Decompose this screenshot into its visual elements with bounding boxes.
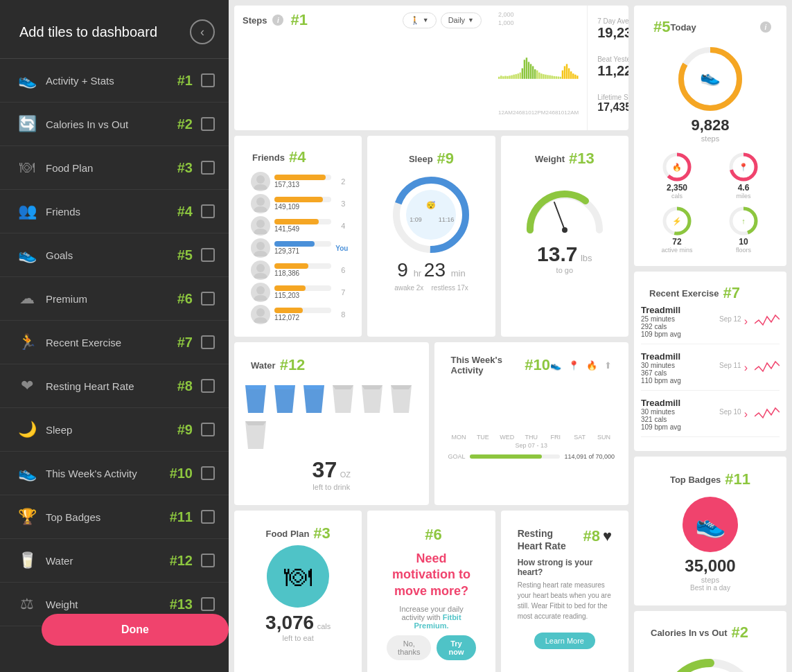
sleep-min-label: min xyxy=(451,268,466,278)
sidebar-checkbox-premium[interactable] xyxy=(201,292,215,306)
friend-bar-bg xyxy=(274,263,331,269)
sidebar-checkbox-weight[interactable] xyxy=(201,597,215,611)
svg-point-40 xyxy=(256,220,265,228)
exercise-bpm: 109 bpm avg xyxy=(641,330,715,338)
sidebar-label-sleep: Sleep xyxy=(46,424,177,436)
exercise-chevron-icon[interactable]: › xyxy=(744,315,748,328)
steps-filter1-btn[interactable]: 🚶 ▼ xyxy=(403,12,437,28)
friend-bar-fill xyxy=(274,241,315,247)
svg-rect-1 xyxy=(500,76,502,79)
sidebar-num-recent_exercise: #7 xyxy=(177,335,193,351)
sidebar-icon-recent_exercise: 🏃 xyxy=(14,329,40,355)
sidebar-checkbox-activity[interactable] xyxy=(201,73,215,87)
exercise-bpm: 109 bpm avg xyxy=(641,423,715,431)
steps-filter2-btn[interactable]: Daily ▼ xyxy=(441,12,482,28)
badges-num: #11 xyxy=(725,470,750,488)
beat-yesterday-val: 11,227 xyxy=(597,63,628,78)
back-icon: ‹ xyxy=(200,25,204,39)
sidebar-label-this_week: This Week's Activity xyxy=(46,468,170,479)
friend-name: 115,203 xyxy=(274,292,331,299)
back-button[interactable]: ‹ xyxy=(190,19,215,44)
sidebar-num-goals: #5 xyxy=(177,247,193,263)
cups-container xyxy=(243,377,421,457)
today-info-icon[interactable]: i xyxy=(760,21,771,33)
sidebar-item-this_week[interactable]: 👟 This Week's Activity #10 xyxy=(0,452,229,495)
today-active-circle: ⚡ xyxy=(661,205,693,237)
exercise-chevron-icon[interactable]: › xyxy=(744,408,748,421)
sidebar-checkbox-resting_hr[interactable] xyxy=(201,379,215,393)
sidebar-item-sleep[interactable]: 🌙 Sleep #9 xyxy=(0,408,229,452)
food-cals-unit: cals xyxy=(317,622,331,630)
sidebar-item-goals[interactable]: 👟 Goals #5 xyxy=(0,233,229,277)
sidebar-icon-badges: 🏆 xyxy=(14,504,40,530)
today-cals-circle: 🔥 xyxy=(661,151,693,183)
calories-gauge-svg xyxy=(655,653,766,672)
premium-headline: Need motivation to move more? xyxy=(387,551,475,599)
done-button[interactable]: Done xyxy=(42,614,229,646)
exercise-chevron-icon[interactable]: › xyxy=(744,362,748,374)
friend-name: 149,109 xyxy=(274,203,331,211)
premium-no-button[interactable]: No, thanks xyxy=(387,635,431,660)
sleep-restless: restless 17x xyxy=(432,284,468,292)
badges-title: Top Badges xyxy=(670,475,721,485)
goal-of: of 70,000 xyxy=(588,453,615,460)
friend-bar-fill xyxy=(274,308,303,313)
sidebar-checkbox-sleep[interactable] xyxy=(201,423,215,436)
exercise-cals: 367 cals xyxy=(641,369,715,377)
sidebar-checkbox-calories[interactable] xyxy=(201,117,215,131)
sidebar-num-weight: #13 xyxy=(170,596,193,612)
friend-bar-fill xyxy=(274,175,326,180)
sidebar-checkbox-goals[interactable] xyxy=(201,248,215,262)
sidebar-checkbox-food[interactable] xyxy=(201,161,215,175)
sidebar-item-food[interactable]: 🍽 Food Plan #3 xyxy=(0,146,229,190)
sidebar-num-food: #3 xyxy=(177,160,193,176)
sidebar-item-activity[interactable]: 👟 Activity + Stats #1 xyxy=(0,59,229,103)
sidebar-item-badges[interactable]: 🏆 Top Badges #11 xyxy=(0,495,229,539)
sidebar-item-calories[interactable]: 🔄 Calories In vs Out #2 xyxy=(0,103,229,146)
water-title: Water xyxy=(251,360,276,371)
premium-try-button[interactable]: Try now xyxy=(437,635,475,660)
week-day-sun: SUN xyxy=(597,434,610,441)
svg-rect-6 xyxy=(511,76,512,79)
sleep-num: #9 xyxy=(437,150,454,168)
sidebar-checkbox-friends[interactable] xyxy=(201,204,215,218)
food-title: Food Plan xyxy=(266,529,310,539)
cup-empty-4 xyxy=(243,418,269,452)
recent-exercise-title: Recent Exercise xyxy=(649,288,719,299)
exercise-row: Treadmill 30 minutes 367 cals 110 bpm av… xyxy=(641,351,780,391)
svg-rect-17 xyxy=(534,69,536,79)
svg-rect-0 xyxy=(498,77,500,79)
calories-title: Calories In vs Out xyxy=(651,628,728,638)
goal-bar-bg xyxy=(470,454,561,459)
sidebar-item-water[interactable]: 🥛 Water #12 xyxy=(0,539,229,583)
svg-rect-27 xyxy=(556,76,557,79)
sidebar-item-premium[interactable]: ☁ Premium #6 xyxy=(0,277,229,321)
activity-title: This Week's Activity xyxy=(451,355,521,375)
svg-point-44 xyxy=(256,308,265,317)
activity-tile: This Week's Activity #10 👟 📍 🔥 ⬆ MON xyxy=(434,342,629,505)
svg-rect-33 xyxy=(568,69,570,79)
week-day-fri: FRI xyxy=(550,434,561,441)
badges-tile: Top Badges #11 👟 35,000 steps Best in a … xyxy=(634,457,786,605)
svg-marker-54 xyxy=(245,385,266,389)
svg-rect-7 xyxy=(513,75,514,79)
sidebar-item-resting_hr[interactable]: ❤ Resting Heart Rate #8 xyxy=(0,364,229,408)
sidebar-icon-calories: 🔄 xyxy=(14,111,40,137)
sidebar-item-friends[interactable]: 👥 Friends #4 xyxy=(0,190,229,233)
sidebar-checkbox-recent_exercise[interactable] xyxy=(201,335,215,349)
sidebar-num-badges: #11 xyxy=(170,509,193,525)
sidebar-checkbox-water[interactable] xyxy=(201,554,215,567)
activity-num: #10 xyxy=(525,356,550,374)
sidebar-item-recent_exercise[interactable]: 🏃 Recent Exercise #7 xyxy=(0,321,229,364)
sidebar-checkbox-this_week[interactable] xyxy=(201,466,215,480)
svg-text:🔥: 🔥 xyxy=(672,162,682,172)
steps-chart-svg xyxy=(498,29,579,105)
food-icon-circle: 🍽 xyxy=(267,545,329,608)
sidebar-label-recent_exercise: Recent Exercise xyxy=(46,337,177,348)
exercise-heart-chart xyxy=(755,403,780,426)
chevron-down-icon: ▼ xyxy=(423,17,429,24)
learn-more-button[interactable]: Learn More xyxy=(534,633,595,649)
steps-info-icon[interactable]: i xyxy=(272,15,283,26)
sidebar-checkbox-badges[interactable] xyxy=(201,510,215,524)
today-steps-unit: steps xyxy=(641,134,780,143)
